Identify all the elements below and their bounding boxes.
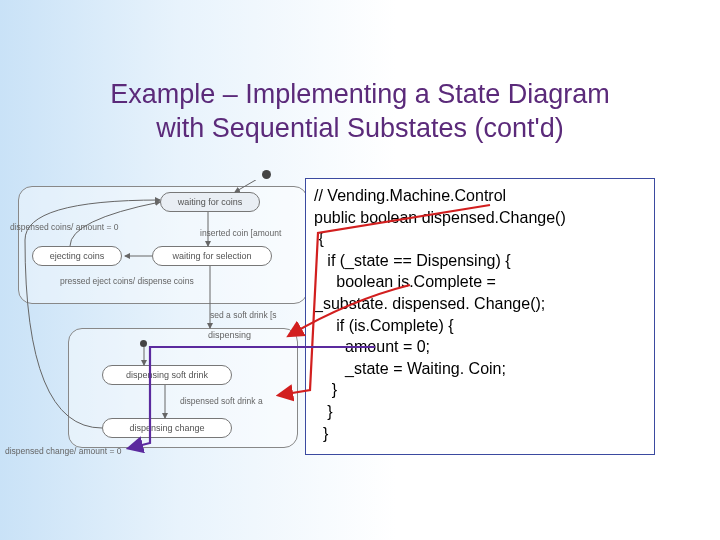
state-waiting-coins: waiting for coins [160,192,260,212]
label-pressed-eject: pressed eject coins/ dispense coins [60,276,194,286]
label-disp-soft-drink: dispensed soft drink a [180,396,263,406]
code-line: } [314,379,646,401]
state-disp-drink: dispensing soft drink [102,365,232,385]
state-waiting-selection: waiting for selection [152,246,272,266]
code-box: // Vending.Machine.Control public boolea… [305,178,655,455]
slide: Example – Implementing a State Diagram w… [0,0,720,540]
code-line: } [314,423,646,445]
code-line: if (is.Complete) { [314,315,646,337]
code-comment: // Vending.Machine.Control [314,185,646,207]
slide-title: Example – Implementing a State Diagram w… [0,78,720,146]
state-ejecting-coins: ejecting coins [32,246,122,266]
title-line-2: with Sequential Substates (cont'd) [156,113,563,143]
title-line-1: Example – Implementing a State Diagram [110,79,610,109]
state-label: waiting for coins [178,197,243,207]
initial-state-dot [262,170,271,179]
code-line: boolean is.Complete = [314,271,646,293]
label-sed-soft-drink: sed a soft drink [s [210,310,277,320]
code-line: } [314,401,646,423]
state-label: waiting for selection [172,251,251,261]
code-line: _state = Waiting. Coin; [314,358,646,380]
state-disp-change: dispensing change [102,418,232,438]
state-label: dispensing change [129,423,204,433]
label-disp-change-amount: dispensed change/ amount = 0 [5,446,122,456]
state-diagram: waiting for coins dispensed coins/ amoun… [10,180,310,470]
code-line: public boolean dispensed.Change() [314,207,646,229]
code-line: _substate. dispensed. Change(); [314,293,646,315]
state-label: ejecting coins [50,251,105,261]
inner-initial-dot [140,340,147,347]
state-label: dispensing soft drink [126,370,208,380]
code-line: if (_state == Dispensing) { [314,250,646,272]
label-dispensed-amount: dispensed coins/ amount = 0 [10,222,118,232]
label-composite-title: dispensing [208,330,251,340]
code-line: amount = 0; [314,336,646,358]
label-inserted-coin: inserted coin [amount [200,228,281,238]
code-line: { [314,228,646,250]
